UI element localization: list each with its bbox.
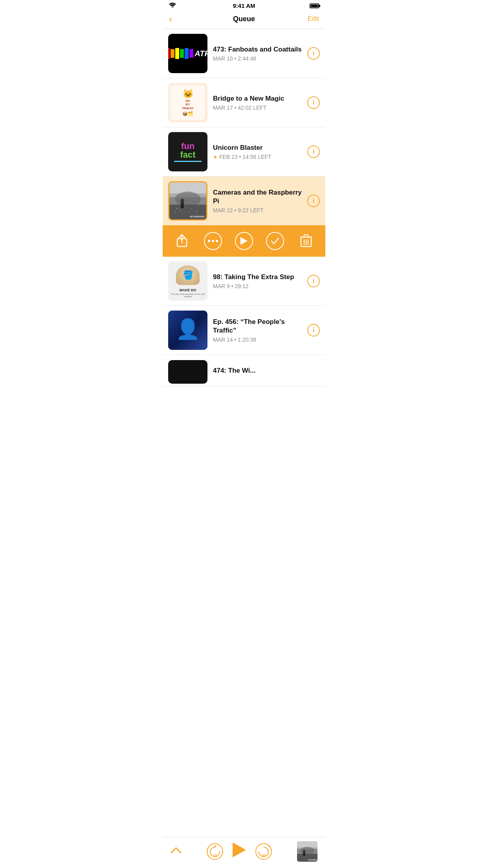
episode-meta-text: FEB 23 • 14:56 LEFT [219,154,272,160]
makedo-subtitle: The joys and anxieties of art and making [168,293,207,298]
svg-point-10 [196,211,198,212]
svg-point-8 [185,207,187,208]
edit-button[interactable]: Edit [308,15,319,23]
makedo-graphic: 🪣 [176,265,200,285]
battery-icon [310,4,319,8]
action-bar [163,225,325,257]
episode-title: Bridge to a New Magic [213,94,303,103]
svg-point-14 [180,199,184,203]
status-time: 9:41 AM [233,2,255,9]
episode-info: Cameras and the Raspberry Pi MAR 22 • 9:… [213,188,303,213]
episode-artwork-makedo: 🪣 MAKE DO The joys and anxieties of art … [168,261,207,301]
episode-info: 98: Taking The Extra Step MAR 9 • 29:12 [213,273,303,289]
play-button[interactable] [234,231,254,251]
episode-meta: MAR 14 • 1:20:38 [213,337,303,343]
episode-meta: ★ FEB 23 • 14:56 LEFT [213,154,303,160]
episode-info: Ep. 456: “The People’s Traffic” MAR 14 •… [213,318,303,343]
svg-marker-21 [240,237,248,245]
svg-point-6 [176,208,177,209]
svg-point-12 [189,212,190,213]
ff-fun-text: fun [181,142,194,151]
episode-meta: MAR 22 • 9:22 LEFT [213,207,303,213]
episode-list: ATP 473: Fanboats and Coattails MAR 10 •… [163,29,325,418]
ff-underline [174,161,202,162]
episode-meta: MAR 10 • 2:44:46 [213,55,303,62]
episode-artwork-dbf: 🐱 DOBYFRIDAY 📦🗂️ [168,83,207,122]
episode-artwork-474 [168,360,207,384]
episode-meta: MAR 9 • 29:12 [213,283,303,289]
episode-info: Bridge to a New Magic MAR 17 • 42:02 LEF… [213,94,303,111]
list-item[interactable]: 👤 Ep. 456: “The People’s Traffic” MAR 14… [163,306,325,355]
svg-point-4 [175,192,201,207]
list-item-active[interactable]: DITHERING Cameras and the Raspberry Pi M… [163,177,325,225]
episode-artwork-atp: ATP [168,34,207,73]
info-button[interactable]: i [307,96,320,109]
list-item[interactable]: ATP 473: Fanboats and Coattails MAR 10 •… [163,29,325,78]
episode-title: Unicorn Blaster [213,143,303,152]
list-item[interactable]: fun fact Unicorn Blaster ★ FEB 23 • 14:5… [163,127,325,177]
list-item[interactable]: 🐱 DOBYFRIDAY 📦🗂️ Bridge to a New Magic M… [163,78,325,127]
svg-point-7 [180,210,181,211]
play-circle [235,232,253,250]
info-button[interactable]: i [307,324,320,337]
svg-point-0 [172,7,173,8]
wifi-icon [169,2,176,9]
info-button[interactable]: i [307,195,320,207]
page-title: Queue [233,15,255,23]
makedo-title: MAKE DO [180,288,196,293]
dithering-label: DITHERING [190,215,205,218]
episode-artwork-peoples: 👤 [168,311,207,350]
episode-info: 474: The Wi... [213,366,320,377]
ff-fact-text: fact [180,151,195,159]
svg-point-20 [216,240,218,242]
status-right [310,4,319,8]
info-button[interactable]: i [307,275,320,287]
share-button[interactable] [172,231,192,251]
svg-point-19 [212,240,214,242]
episode-info: 473: Fanboats and Coattails MAR 10 • 2:4… [213,45,303,62]
list-item[interactable]: 🪣 MAKE DO The joys and anxieties of art … [163,257,325,306]
status-bar: 9:41 AM [163,0,325,11]
svg-point-9 [191,209,192,210]
svg-point-13 [198,206,199,207]
episode-title: 98: Taking The Extra Step [213,273,303,281]
list-item[interactable]: 474: The Wi... [163,355,325,386]
svg-rect-15 [181,203,184,208]
star-icon: ★ [213,154,218,160]
episode-title: Ep. 456: “The People’s Traffic” [213,318,303,335]
peoples-face: 👤 [176,318,200,340]
svg-point-11 [174,211,175,212]
atp-logo-text: ATP [194,49,207,58]
check-circle [266,232,284,250]
info-button[interactable]: i [307,145,320,158]
episode-artwork-dithering: DITHERING [168,181,207,221]
episode-artwork-ff: fun fact [168,132,207,171]
status-left [169,2,176,9]
episode-title: 473: Fanboats and Coattails [213,45,303,54]
more-button[interactable] [203,231,223,251]
back-button[interactable]: ‹ [169,14,172,24]
episode-meta: MAR 17 • 42:02 LEFT [213,105,303,111]
atp-bars [168,48,193,59]
more-circle [204,232,222,250]
episode-title: Cameras and the Raspberry Pi [213,188,303,206]
episode-info: Unicorn Blaster ★ FEB 23 • 14:56 LEFT [213,143,303,160]
svg-rect-24 [304,235,308,237]
episode-title: 474: The Wi... [213,366,320,375]
mark-done-button[interactable] [265,231,285,251]
svg-point-18 [208,240,210,242]
info-button[interactable]: i [307,47,320,60]
nav-bar: ‹ Queue Edit [163,11,325,29]
delete-button[interactable] [296,231,316,251]
